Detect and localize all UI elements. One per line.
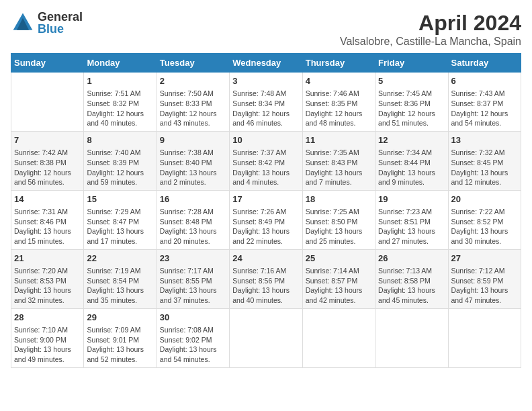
day-number: 16 xyxy=(160,193,226,205)
logo-text: General Blue xyxy=(38,11,83,35)
day-detail: Sunrise: 7:17 AMSunset: 8:55 PMDaylight:… xyxy=(160,266,226,306)
day-number: 6 xyxy=(451,75,518,87)
day-number: 25 xyxy=(306,253,372,265)
day-detail: Sunrise: 7:12 AMSunset: 8:59 PMDaylight:… xyxy=(451,266,518,306)
day-number: 13 xyxy=(451,134,518,146)
calendar-cell: 25Sunrise: 7:14 AMSunset: 8:57 PMDayligh… xyxy=(302,249,375,308)
calendar-cell: 23Sunrise: 7:17 AMSunset: 8:55 PMDayligh… xyxy=(157,249,229,308)
day-detail: Sunrise: 7:34 AMSunset: 8:44 PMDaylight:… xyxy=(378,148,445,187)
calendar-cell: 7Sunrise: 7:42 AMSunset: 8:38 PMDaylight… xyxy=(11,131,84,190)
day-detail: Sunrise: 7:19 AMSunset: 8:54 PMDaylight:… xyxy=(87,266,153,306)
day-number: 12 xyxy=(378,134,445,146)
calendar-cell: 17Sunrise: 7:26 AMSunset: 8:49 PMDayligh… xyxy=(230,190,302,249)
logo-icon xyxy=(11,11,35,35)
calendar-week-row: 28Sunrise: 7:10 AMSunset: 9:00 PMDayligh… xyxy=(11,308,521,367)
day-number: 7 xyxy=(14,134,81,146)
calendar-week-row: 7Sunrise: 7:42 AMSunset: 8:38 PMDaylight… xyxy=(11,131,521,190)
calendar-cell: 21Sunrise: 7:20 AMSunset: 8:53 PMDayligh… xyxy=(11,249,84,308)
day-number: 27 xyxy=(451,253,518,265)
day-detail: Sunrise: 7:20 AMSunset: 8:53 PMDaylight:… xyxy=(14,266,81,306)
calendar-table: SundayMondayTuesdayWednesdayThursdayFrid… xyxy=(11,53,521,368)
day-number: 5 xyxy=(378,75,445,87)
calendar-cell: 13Sunrise: 7:32 AMSunset: 8:45 PMDayligh… xyxy=(448,131,521,190)
calendar-cell: 4Sunrise: 7:46 AMSunset: 8:35 PMDaylight… xyxy=(302,73,375,132)
header-row: SundayMondayTuesdayWednesdayThursdayFrid… xyxy=(11,54,521,73)
logo-line1: General xyxy=(38,11,83,23)
calendar-week-row: 21Sunrise: 7:20 AMSunset: 8:53 PMDayligh… xyxy=(11,249,521,308)
calendar-cell: 30Sunrise: 7:08 AMSunset: 9:02 PMDayligh… xyxy=(157,308,229,367)
calendar-cell: 8Sunrise: 7:40 AMSunset: 8:39 PMDaylight… xyxy=(84,131,157,190)
calendar-cell: 24Sunrise: 7:16 AMSunset: 8:56 PMDayligh… xyxy=(230,249,302,308)
day-detail: Sunrise: 7:14 AMSunset: 8:57 PMDaylight:… xyxy=(306,266,372,306)
logo-line2: Blue xyxy=(38,23,83,35)
day-detail: Sunrise: 7:31 AMSunset: 8:46 PMDaylight:… xyxy=(14,207,81,246)
day-number: 19 xyxy=(378,193,445,205)
day-number: 2 xyxy=(160,75,226,87)
day-detail: Sunrise: 7:35 AMSunset: 8:43 PMDaylight:… xyxy=(306,148,372,187)
day-detail: Sunrise: 7:37 AMSunset: 8:42 PMDaylight:… xyxy=(232,148,299,187)
day-header: Thursday xyxy=(302,54,375,73)
day-header: Monday xyxy=(84,54,157,73)
day-detail: Sunrise: 7:28 AMSunset: 8:48 PMDaylight:… xyxy=(160,207,226,246)
calendar-cell: 29Sunrise: 7:09 AMSunset: 9:01 PMDayligh… xyxy=(84,308,157,367)
calendar-cell xyxy=(448,308,521,367)
calendar-cell: 22Sunrise: 7:19 AMSunset: 8:54 PMDayligh… xyxy=(84,249,157,308)
day-detail: Sunrise: 7:45 AMSunset: 8:36 PMDaylight:… xyxy=(378,89,445,128)
day-number: 18 xyxy=(306,193,372,205)
day-header: Saturday xyxy=(448,54,521,73)
calendar-cell xyxy=(375,308,448,367)
day-number: 17 xyxy=(232,193,299,205)
title-block: April 2024 Valsalobre, Castille-La Manch… xyxy=(340,11,521,48)
calendar-cell: 27Sunrise: 7:12 AMSunset: 8:59 PMDayligh… xyxy=(448,249,521,308)
day-number: 1 xyxy=(87,75,153,87)
calendar-cell: 9Sunrise: 7:38 AMSunset: 8:40 PMDaylight… xyxy=(157,131,229,190)
day-number: 4 xyxy=(306,75,372,87)
day-number: 10 xyxy=(232,134,299,146)
day-detail: Sunrise: 7:38 AMSunset: 8:40 PMDaylight:… xyxy=(160,148,226,187)
calendar-cell: 16Sunrise: 7:28 AMSunset: 8:48 PMDayligh… xyxy=(157,190,229,249)
day-detail: Sunrise: 7:50 AMSunset: 8:33 PMDaylight:… xyxy=(160,89,226,128)
day-header: Wednesday xyxy=(230,54,302,73)
day-number: 26 xyxy=(378,253,445,265)
day-number: 9 xyxy=(160,134,226,146)
day-detail: Sunrise: 7:42 AMSunset: 8:38 PMDaylight:… xyxy=(14,148,81,187)
day-detail: Sunrise: 7:32 AMSunset: 8:45 PMDaylight:… xyxy=(451,148,518,187)
day-number: 29 xyxy=(87,312,153,324)
calendar-cell: 10Sunrise: 7:37 AMSunset: 8:42 PMDayligh… xyxy=(230,131,302,190)
calendar-cell: 28Sunrise: 7:10 AMSunset: 9:00 PMDayligh… xyxy=(11,308,84,367)
day-number: 23 xyxy=(160,253,226,265)
day-number: 15 xyxy=(87,193,153,205)
calendar-cell: 6Sunrise: 7:43 AMSunset: 8:37 PMDaylight… xyxy=(448,73,521,132)
logo: General Blue xyxy=(11,11,83,35)
day-detail: Sunrise: 7:09 AMSunset: 9:01 PMDaylight:… xyxy=(87,325,153,365)
day-detail: Sunrise: 7:43 AMSunset: 8:37 PMDaylight:… xyxy=(451,89,518,128)
calendar-cell: 3Sunrise: 7:48 AMSunset: 8:34 PMDaylight… xyxy=(230,73,302,132)
day-detail: Sunrise: 7:40 AMSunset: 8:39 PMDaylight:… xyxy=(87,148,153,187)
calendar-cell: 20Sunrise: 7:22 AMSunset: 8:52 PMDayligh… xyxy=(448,190,521,249)
day-number: 3 xyxy=(232,75,299,87)
calendar-cell: 11Sunrise: 7:35 AMSunset: 8:43 PMDayligh… xyxy=(302,131,375,190)
day-detail: Sunrise: 7:25 AMSunset: 8:50 PMDaylight:… xyxy=(306,207,372,246)
calendar-cell xyxy=(230,308,302,367)
day-detail: Sunrise: 7:13 AMSunset: 8:58 PMDaylight:… xyxy=(378,266,445,306)
calendar-week-row: 14Sunrise: 7:31 AMSunset: 8:46 PMDayligh… xyxy=(11,190,521,249)
day-header: Friday xyxy=(375,54,448,73)
day-detail: Sunrise: 7:23 AMSunset: 8:51 PMDaylight:… xyxy=(378,207,445,246)
day-detail: Sunrise: 7:08 AMSunset: 9:02 PMDaylight:… xyxy=(160,325,226,365)
calendar-cell xyxy=(302,308,375,367)
day-number: 21 xyxy=(14,253,81,265)
day-detail: Sunrise: 7:48 AMSunset: 8:34 PMDaylight:… xyxy=(232,89,299,128)
calendar-cell: 26Sunrise: 7:13 AMSunset: 8:58 PMDayligh… xyxy=(375,249,448,308)
calendar-cell: 14Sunrise: 7:31 AMSunset: 8:46 PMDayligh… xyxy=(11,190,84,249)
day-number: 14 xyxy=(14,193,81,205)
calendar-cell: 1Sunrise: 7:51 AMSunset: 8:32 PMDaylight… xyxy=(84,73,157,132)
day-detail: Sunrise: 7:46 AMSunset: 8:35 PMDaylight:… xyxy=(306,89,372,128)
day-number: 24 xyxy=(232,253,299,265)
calendar-cell: 19Sunrise: 7:23 AMSunset: 8:51 PMDayligh… xyxy=(375,190,448,249)
calendar-cell: 2Sunrise: 7:50 AMSunset: 8:33 PMDaylight… xyxy=(157,73,229,132)
day-detail: Sunrise: 7:10 AMSunset: 9:00 PMDaylight:… xyxy=(14,325,81,365)
page-subtitle: Valsalobre, Castille-La Mancha, Spain xyxy=(340,36,521,48)
page-title: April 2024 xyxy=(340,11,521,36)
day-header: Tuesday xyxy=(157,54,229,73)
day-detail: Sunrise: 7:22 AMSunset: 8:52 PMDaylight:… xyxy=(451,207,518,246)
